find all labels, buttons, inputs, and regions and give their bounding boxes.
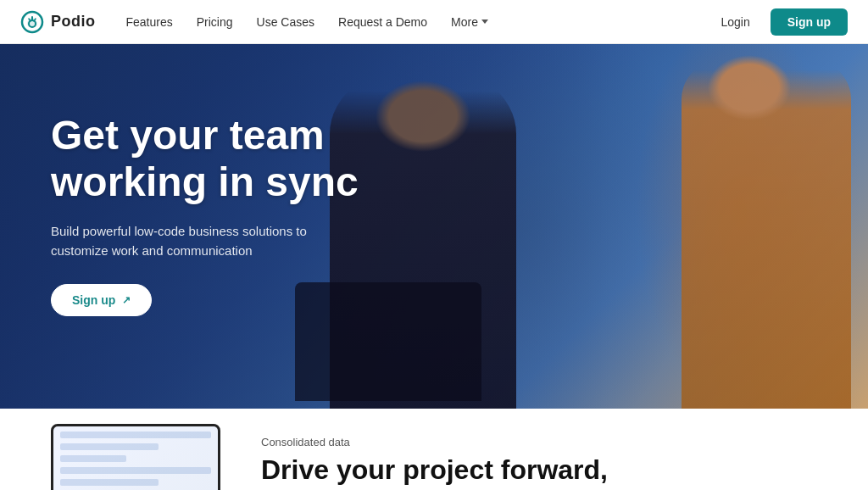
hero-content: Get your team working in sync Build powe…: [51, 112, 458, 316]
laptop-screen: [51, 424, 220, 490]
hero-subtitle: Build powerful low-code business solutio…: [51, 222, 356, 260]
screen-row-1: [60, 432, 211, 438]
hero-section: Get your team working in sync Build powe…: [0, 44, 868, 409]
nav-use-cases[interactable]: Use Cases: [247, 10, 325, 34]
login-button[interactable]: Login: [710, 10, 760, 34]
nav-features[interactable]: Features: [116, 10, 183, 34]
screen-row-3: [60, 455, 126, 462]
podio-logo-icon: [20, 10, 44, 34]
signup-button[interactable]: Sign up: [771, 8, 848, 36]
chevron-down-icon: [481, 19, 488, 24]
nav-left: Podio Features Pricing Use Cases Request…: [20, 10, 498, 34]
screen-row-2: [60, 443, 159, 450]
nav-right: Login Sign up: [710, 8, 848, 36]
nav-pricing[interactable]: Pricing: [186, 10, 243, 34]
nav-more[interactable]: More: [441, 10, 498, 34]
external-link-icon: ↗: [122, 294, 131, 306]
person-right-silhouette: [682, 44, 851, 409]
screen-row-4: [60, 467, 211, 474]
bottom-text: Consolidated data Drive your project for…: [261, 432, 608, 486]
logo[interactable]: Podio: [20, 10, 96, 34]
main-nav: Podio Features Pricing Use Cases Request…: [0, 0, 868, 44]
section-label: Consolidated data: [261, 436, 608, 448]
screen-content: [53, 426, 218, 490]
screen-row-5: [60, 479, 159, 486]
hero-signup-button[interactable]: Sign up ↗: [51, 284, 152, 316]
nav-links: Features Pricing Use Cases Request a Dem…: [116, 10, 498, 34]
nav-request-demo[interactable]: Request a Demo: [328, 10, 437, 34]
section-title: Drive your project forward,: [261, 454, 608, 486]
bottom-section: Consolidated data Drive your project for…: [0, 409, 868, 490]
product-screenshot: [51, 424, 220, 490]
brand-name: Podio: [51, 13, 96, 31]
hero-title: Get your team working in sync: [51, 112, 458, 205]
